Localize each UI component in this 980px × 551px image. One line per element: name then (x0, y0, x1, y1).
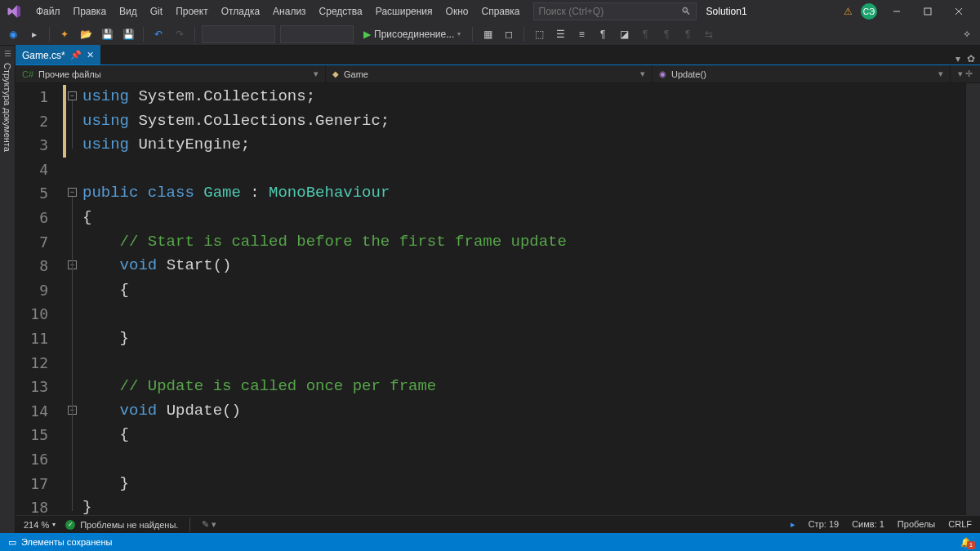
attach-button[interactable]: ▶ Присоединение... ▾ (359, 29, 466, 40)
menu-item[interactable]: Вид (113, 0, 144, 23)
config-dropdown[interactable] (202, 25, 275, 43)
status-saved: ▭ Элементы сохранены (8, 537, 112, 548)
tool-icon-11[interactable]: ⇆ (701, 25, 717, 43)
zoom-dropdown[interactable]: 214 % ▾ (24, 520, 56, 530)
tool-icon-2[interactable]: ◻ (501, 25, 517, 43)
platform-dropdown[interactable] (280, 25, 354, 43)
editor-statusbar: 214 % ▾ ✓ Проблемы не найдены. ✎ ▾ ▸ Стр… (16, 515, 980, 533)
fold-toggle[interactable]: − (68, 91, 77, 100)
separator (194, 27, 195, 42)
caret-indicator-icon: ▸ (791, 519, 795, 530)
solution-name: Solution1 (706, 6, 747, 17)
separator (143, 27, 144, 42)
nav-back-button[interactable]: ◉ (5, 25, 21, 43)
separator (189, 518, 190, 532)
customize-icon[interactable]: ✧ (959, 25, 975, 43)
save-all-button[interactable]: 💾 (120, 25, 136, 43)
vs-logo-icon (5, 2, 23, 20)
menu-item[interactable]: Справка (474, 0, 526, 23)
maximize-button[interactable] (916, 0, 939, 23)
menu-item[interactable]: Отладка (215, 0, 266, 23)
menu-item[interactable]: Файл (29, 0, 67, 23)
tabstrip-gear-icon[interactable]: ✿ (967, 53, 975, 64)
zoom-label: 214 % (24, 520, 49, 530)
svg-rect-1 (924, 8, 931, 15)
status-indent[interactable]: Пробелы (898, 519, 935, 530)
save-status-icon: ▭ (8, 537, 16, 548)
save-button[interactable]: 💾 (99, 25, 115, 43)
nav-bar: C# Прочие файлы ▾ ◆ Game ▾ ◉ Update() ▾ … (16, 65, 980, 83)
pin-icon[interactable]: 📌 (70, 50, 82, 60)
side-panel-label: Структура документа (2, 58, 12, 157)
menu-item[interactable]: Проект (169, 0, 215, 23)
status-line[interactable]: Стр: 19 (808, 519, 839, 530)
status-col[interactable]: Симв: 1 (852, 519, 884, 530)
tool-icon-5[interactable]: ≡ (573, 25, 590, 43)
menu-item[interactable]: Расширения (369, 0, 439, 23)
tab-close-icon[interactable]: ✕ (87, 50, 94, 60)
notification-count: 1 (967, 541, 975, 549)
tabstrip: Game.cs* 📌 ✕ ▾ ✿ (16, 46, 980, 65)
tool-icon-7[interactable]: ◪ (616, 25, 632, 43)
tool-icon-8[interactable]: ¶ (637, 25, 653, 43)
tool-icon-3[interactable]: ⬚ (531, 25, 547, 43)
line-number-gutter: 12345678910111213141516171819 (16, 83, 63, 515)
redo-button[interactable]: ↷ (172, 25, 188, 43)
tool-icon-6[interactable]: ¶ (595, 25, 611, 43)
nav-fwd-button[interactable]: ▸ (26, 25, 42, 43)
fold-toggle[interactable]: − (68, 188, 77, 197)
csharp-file-icon: C# (22, 69, 33, 79)
tool-icon[interactable]: ✎ ▾ (202, 519, 216, 530)
document-outline-icon: ☰ (4, 49, 11, 58)
code-editor[interactable]: 12345678910111213141516171819 −−−− using… (16, 83, 980, 515)
menu-item[interactable]: Правка (67, 0, 114, 23)
close-button[interactable] (947, 0, 970, 23)
open-button[interactable]: 📂 (78, 25, 94, 43)
side-panel-tab[interactable]: ☰ Структура документа (0, 46, 16, 533)
tabstrip-dropdown-icon[interactable]: ▾ (956, 53, 960, 64)
tool-icon-9[interactable]: ¶ (658, 25, 675, 43)
play-icon: ▶ (363, 29, 371, 40)
main-statusbar: ▭ Элементы сохранены 🔔 1 (0, 533, 980, 551)
new-item-button[interactable]: ✦ (56, 25, 73, 43)
undo-button[interactable]: ↶ (150, 25, 167, 43)
nav-extra[interactable]: ▾ ✛ (951, 69, 980, 79)
code-text[interactable]: using System.Collections;using System.Co… (82, 83, 965, 515)
attach-label: Присоединение... (374, 29, 454, 40)
chevron-down-icon: ▾ (314, 69, 318, 79)
menu-search[interactable]: 🔍︎ (533, 2, 697, 20)
ok-icon: ✓ (65, 520, 75, 530)
file-tab[interactable]: Game.cs* 📌 ✕ (16, 45, 100, 64)
chevron-down-icon: ▾ (640, 69, 645, 79)
nav-project-dropdown[interactable]: C# Прочие файлы ▾ (16, 65, 326, 82)
nav-method-dropdown[interactable]: ◉ Update() ▾ (653, 65, 951, 82)
warning-icon[interactable]: ⚠ (844, 6, 853, 17)
status-eol[interactable]: CRLF (948, 519, 972, 530)
user-badge[interactable]: СЭ (861, 3, 877, 20)
menu-search-input[interactable] (539, 6, 691, 17)
notifications-button[interactable]: 🔔 1 (960, 537, 972, 548)
vertical-scrollbar[interactable] (965, 83, 980, 515)
menu-item[interactable]: Окно (439, 0, 475, 23)
menu-item[interactable]: Средства (313, 0, 369, 23)
menu-item[interactable]: Анализ (266, 0, 313, 23)
separator (472, 27, 473, 42)
chevron-down-icon: ▾ (938, 69, 943, 79)
tool-icon-1[interactable]: ▦ (479, 25, 496, 43)
nav-class-dropdown[interactable]: ◆ Game ▾ (326, 65, 653, 82)
class-icon: ◆ (332, 69, 339, 78)
minimize-button[interactable] (885, 0, 908, 23)
nav-project-label: Прочие файлы (38, 69, 101, 79)
separator (49, 27, 50, 42)
separator (523, 27, 524, 42)
menubar: ФайлПравкаВидGitПроектОтладкаАнализСредс… (0, 0, 980, 23)
tool-icon-4[interactable]: ☰ (552, 25, 568, 43)
status-saved-label: Элементы сохранены (21, 537, 112, 547)
issues-status[interactable]: ✓ Проблемы не найдены. (65, 520, 178, 530)
issues-label: Проблемы не найдены. (80, 520, 178, 530)
tool-icon-10[interactable]: ¶ (679, 25, 696, 43)
fold-column: −−−− (66, 83, 82, 515)
menu-item[interactable]: Git (144, 0, 169, 23)
toolbar: ◉ ▸ ✦ 📂 💾 💾 ↶ ↷ ▶ Присоединение... ▾ ▦ ◻… (0, 23, 980, 46)
chevron-down-icon: ▾ (52, 521, 56, 528)
